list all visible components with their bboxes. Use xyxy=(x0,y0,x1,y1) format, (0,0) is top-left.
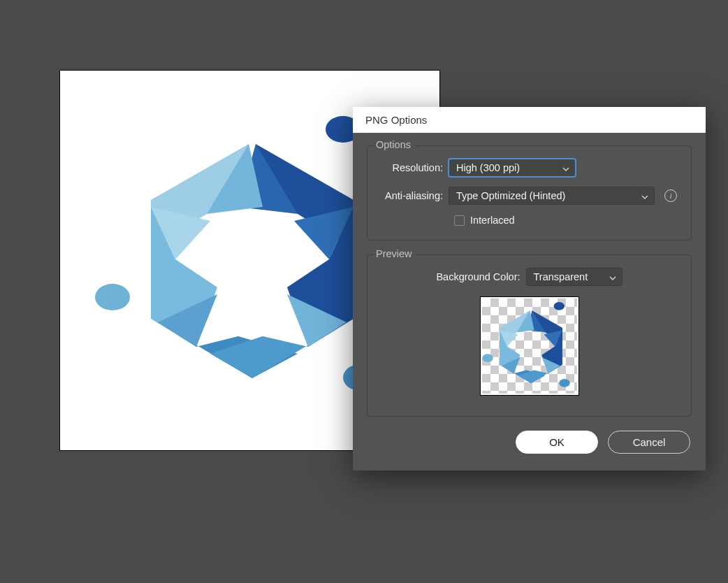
options-legend: Options xyxy=(374,139,415,150)
dialog-title: PNG Options xyxy=(353,107,706,133)
artwork-logo xyxy=(112,123,388,399)
resolution-label: Resolution: xyxy=(379,162,449,173)
cancel-button[interactable]: Cancel xyxy=(608,431,690,454)
bgcolor-value: Transparent xyxy=(534,271,588,282)
chevron-down-icon xyxy=(609,271,616,282)
ok-button[interactable]: OK xyxy=(516,431,598,454)
antialias-select[interactable]: Type Optimized (Hinted) xyxy=(449,187,655,205)
interlaced-checkbox[interactable] xyxy=(454,215,465,226)
png-options-dialog: PNG Options Options Resolution: High (30… xyxy=(353,107,706,470)
bgcolor-select[interactable]: Transparent xyxy=(526,268,623,286)
info-icon[interactable]: i xyxy=(664,189,677,202)
chevron-down-icon xyxy=(641,190,648,201)
bgcolor-label: Background Color: xyxy=(436,271,525,282)
options-fieldset: Options Resolution: High (300 ppi) Anti-… xyxy=(367,145,692,240)
resolution-select[interactable]: High (300 ppi) xyxy=(449,159,576,177)
interlaced-label: Interlaced xyxy=(470,215,515,226)
preview-fieldset: Preview Background Color: Transparent xyxy=(367,254,692,417)
preview-legend: Preview xyxy=(374,248,416,259)
preview-thumbnail xyxy=(481,297,578,395)
antialias-label: Anti-aliasing: xyxy=(379,190,449,201)
resolution-value: High (300 ppi) xyxy=(456,162,520,173)
chevron-down-icon xyxy=(562,162,569,173)
antialias-value: Type Optimized (Hinted) xyxy=(456,190,565,201)
